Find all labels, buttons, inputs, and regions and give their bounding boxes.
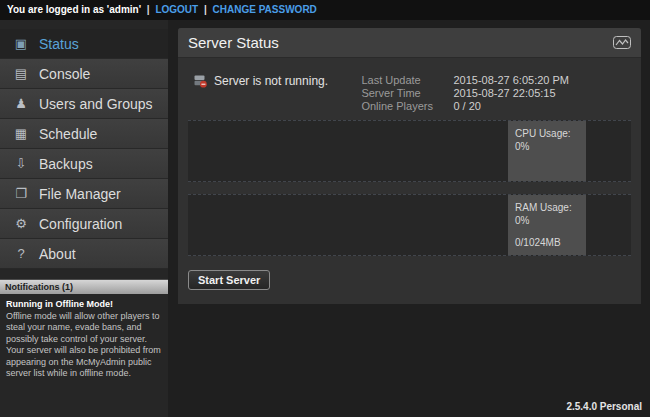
backups-icon: ⇩ (12, 156, 30, 171)
notification-item: Running in Offline Mode! Offline mode wi… (0, 294, 168, 385)
ram-usage-box: RAM Usage: 0% 0/1024MB (508, 195, 586, 255)
sidebar-item-label: About (39, 246, 76, 262)
server-info: Last Update 2015-08-27 6:05:20 PM Server… (361, 74, 569, 112)
version-label: 2.5.4.0 Personal (566, 401, 642, 412)
schedule-icon: ▦ (12, 126, 30, 141)
change-password-link[interactable]: CHANGE PASSWORD (213, 4, 317, 15)
console-icon: ▤ (12, 66, 30, 81)
ram-usage-label: RAM Usage: (515, 201, 579, 214)
status-icon: ▣ (12, 36, 30, 51)
notification-text: Offline mode will allow other players to… (6, 311, 161, 379)
sidebar-item-label: Configuration (39, 216, 122, 232)
sidebar-item-label: Status (39, 36, 79, 52)
page-title: Server Status (188, 34, 279, 51)
start-server-button[interactable]: Start Server (188, 270, 270, 290)
status-row: Server is not running. Last Update 2015-… (188, 68, 631, 114)
sidebar-item-label: Schedule (39, 126, 97, 142)
cpu-usage-label: CPU Usage: (515, 127, 579, 140)
info-value: 0 / 20 (453, 100, 569, 112)
separator: | (204, 4, 207, 15)
performance-chart-icon[interactable] (613, 36, 631, 49)
sidebar-item-configuration[interactable]: ⚙ Configuration (0, 209, 168, 239)
separator: | (147, 4, 150, 15)
notifications-header[interactable]: Notifications (1) (0, 279, 168, 294)
info-value: 2015-08-27 6:05:20 PM (453, 74, 569, 86)
info-label: Online Players (361, 100, 443, 112)
sidebar-item-about[interactable]: ? About (0, 239, 168, 269)
cpu-usage-value: 0% (515, 140, 579, 153)
sidebar-item-backups[interactable]: ⇩ Backups (0, 149, 168, 179)
panel-body: Server is not running. Last Update 2015-… (178, 58, 641, 304)
server-status-message: Server is not running. (214, 74, 328, 88)
ram-usage-chart: RAM Usage: 0% 0/1024MB (188, 194, 631, 256)
info-label: Server Time (361, 87, 443, 99)
notification-title: Running in Offline Mode! (6, 299, 162, 311)
sidebar-item-label: Users and Groups (39, 96, 153, 112)
sidebar-item-console[interactable]: ▤ Console (0, 59, 168, 89)
users-icon: ♟ (12, 96, 30, 111)
cpu-usage-chart: CPU Usage: 0% (188, 120, 631, 182)
server-stopped-icon (194, 75, 207, 88)
ram-usage-value: 0% (515, 214, 579, 227)
sidebar-item-file-manager[interactable]: ❐ File Manager (0, 179, 168, 209)
sidebar-item-label: File Manager (39, 186, 121, 202)
server-state: Server is not running. (194, 74, 328, 88)
logout-link[interactable]: LOGOUT (155, 4, 198, 15)
sidebar-item-label: Console (39, 66, 90, 82)
configuration-icon: ⚙ (12, 216, 30, 231)
sidebar: ▣ Status ▤ Console ♟ Users and Groups ▦ … (0, 20, 168, 417)
ram-usage-detail: 0/1024MB (515, 236, 579, 249)
sidebar-item-users-and-groups[interactable]: ♟ Users and Groups (0, 89, 168, 119)
sidebar-item-label: Backups (39, 156, 93, 172)
cpu-usage-box: CPU Usage: 0% (508, 121, 586, 181)
panel-header: Server Status (178, 28, 641, 58)
topbar: You are logged in as 'admin' | LOGOUT | … (0, 0, 650, 20)
info-value: 2015-08-27 22:05:15 (453, 87, 569, 99)
about-icon: ? (12, 246, 30, 261)
sidebar-nav: ▣ Status ▤ Console ♟ Users and Groups ▦ … (0, 29, 168, 269)
info-label: Last Update (361, 74, 443, 86)
file-manager-icon: ❐ (12, 186, 30, 201)
sidebar-item-status[interactable]: ▣ Status (0, 29, 168, 59)
main-area: Server Status (168, 20, 650, 417)
server-status-panel: Server Status (178, 28, 641, 304)
sidebar-item-schedule[interactable]: ▦ Schedule (0, 119, 168, 149)
logged-in-text: You are logged in as 'admin' (7, 4, 141, 15)
